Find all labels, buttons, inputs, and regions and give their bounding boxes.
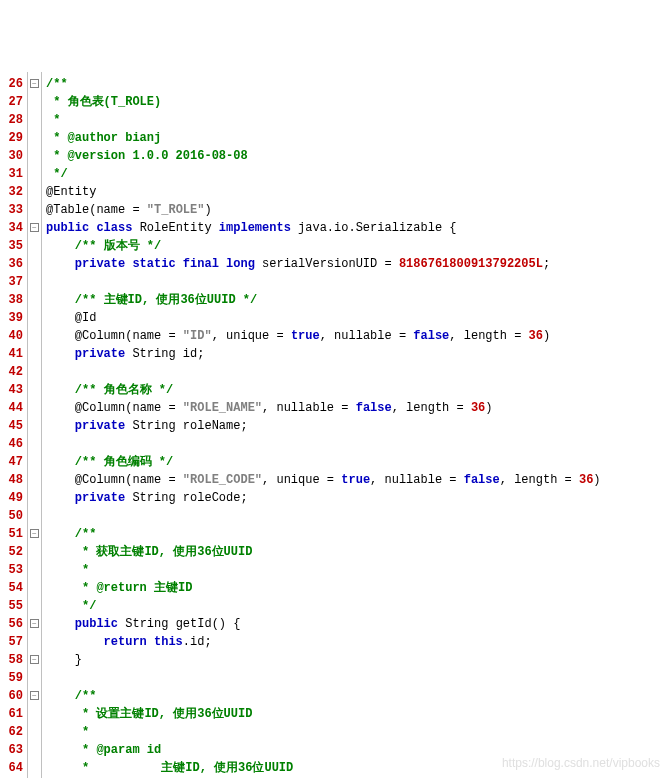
code-line[interactable]: * [46, 723, 601, 741]
code-line[interactable]: private String roleCode; [46, 489, 601, 507]
code-line[interactable]: * @return 主键ID [46, 579, 601, 597]
code-line[interactable]: @Table(name = "T_ROLE") [46, 201, 601, 219]
code-line[interactable]: /** 版本号 */ [46, 237, 601, 255]
code-line[interactable]: } [46, 651, 601, 669]
code-line[interactable] [46, 435, 601, 453]
code-line[interactable]: */ [46, 165, 601, 183]
code-line[interactable]: * @version 1.0.0 2016-08-08 [46, 147, 601, 165]
code-line[interactable]: */ [46, 597, 601, 615]
fold-toggle-icon[interactable]: − [30, 655, 39, 664]
code-line[interactable]: private static final long serialVersionU… [46, 255, 601, 273]
fold-toggle-icon[interactable]: − [30, 691, 39, 700]
code-line[interactable]: /** 角色名称 */ [46, 381, 601, 399]
fold-toggle-icon[interactable]: − [30, 223, 39, 232]
code-line[interactable]: @Column(name = "ID", unique = true, null… [46, 327, 601, 345]
code-line[interactable]: @Column(name = "ROLE_CODE", unique = tru… [46, 471, 601, 489]
code-line[interactable]: * 获取主键ID, 使用36位UUID [46, 543, 601, 561]
code-line[interactable]: /** [46, 525, 601, 543]
code-line[interactable]: @Column(name = "ROLE_NAME", nullable = f… [46, 399, 601, 417]
fold-toggle-icon[interactable]: − [30, 529, 39, 538]
code-line[interactable]: @Id [46, 309, 601, 327]
code-line[interactable]: private String id; [46, 345, 601, 363]
code-line[interactable]: * @author bianj [46, 129, 601, 147]
code-line[interactable] [46, 669, 601, 687]
code-line[interactable]: /** [46, 75, 601, 93]
code-line[interactable]: /** [46, 687, 601, 705]
code-line[interactable]: * [46, 561, 601, 579]
code-line[interactable]: public String getId() { [46, 615, 601, 633]
fold-toggle-icon[interactable]: − [30, 79, 39, 88]
line-number-gutter: 26 27 28 29 30 31 32 33 34 35 36 37 38 3… [0, 72, 28, 778]
code-line[interactable] [46, 507, 601, 525]
fold-column: −−−−−−−− [28, 72, 42, 778]
code-area[interactable]: /** * 角色表(T_ROLE) * * @author bianj * @v… [42, 72, 601, 778]
code-line[interactable] [46, 273, 601, 291]
code-line[interactable]: * @param id [46, 741, 601, 759]
fold-toggle-icon[interactable]: − [30, 619, 39, 628]
code-line[interactable]: @Entity [46, 183, 601, 201]
code-line[interactable] [46, 363, 601, 381]
code-line[interactable]: return this.id; [46, 633, 601, 651]
code-line[interactable]: * 主键ID, 使用36位UUID [46, 759, 601, 777]
code-line[interactable]: * [46, 111, 601, 129]
code-line[interactable]: /** 主键ID, 使用36位UUID */ [46, 291, 601, 309]
code-line[interactable]: * 角色表(T_ROLE) [46, 93, 601, 111]
code-line[interactable]: public class RoleEntity implements java.… [46, 219, 601, 237]
code-line[interactable]: private String roleName; [46, 417, 601, 435]
code-line[interactable]: /** 角色编码 */ [46, 453, 601, 471]
code-editor: 26 27 28 29 30 31 32 33 34 35 36 37 38 3… [0, 72, 670, 778]
code-line[interactable]: * 设置主键ID, 使用36位UUID [46, 705, 601, 723]
